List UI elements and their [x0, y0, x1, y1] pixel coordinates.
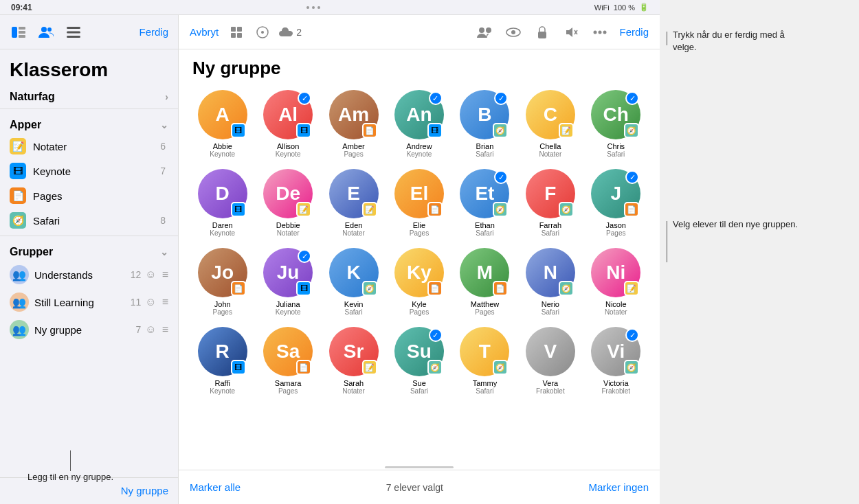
- student-item[interactable]: B 🧭 ✓ Brian Safari: [455, 90, 515, 158]
- sidebar-ferdig-button[interactable]: Ferdig: [139, 26, 168, 38]
- avbryt-button[interactable]: Avbryt: [190, 26, 219, 38]
- grupper-header[interactable]: Grupper ⌄: [0, 239, 178, 261]
- cloud-toolbar-badge[interactable]: 2: [279, 27, 302, 38]
- student-avatar-wrap: D 🎞: [198, 169, 247, 218]
- marker-ingen-button[interactable]: Marker ingen: [588, 481, 649, 493]
- student-item[interactable]: Sa 📄 Samara Pages: [258, 327, 317, 395]
- group-smiley-icon[interactable]: ☺: [145, 296, 156, 308]
- svg-point-24: [599, 30, 602, 34]
- student-item[interactable]: Ch 🧭 ✓ Chris Safari: [586, 90, 646, 158]
- page-title: Ny gruppe: [179, 49, 660, 84]
- svg-rect-9: [231, 27, 236, 32]
- student-item[interactable]: Sr 📝 Sarah Notater: [324, 327, 383, 395]
- sidebar: Ferdig Klasserom Naturfag › Apper ⌄ 📝 No…: [0, 15, 179, 504]
- groups-toolbar-icon[interactable]: [475, 23, 494, 42]
- student-app: Keynote: [210, 229, 235, 237]
- list-icon[interactable]: [65, 23, 82, 41]
- student-avatar-wrap: A 🎞: [198, 90, 247, 139]
- student-avatar-wrap: Ju 🎞 ✓: [263, 248, 313, 297]
- apper-header[interactable]: Apper ⌄: [0, 112, 178, 134]
- student-item[interactable]: M 📄 Matthew Pages: [455, 248, 515, 316]
- student-item[interactable]: Vi 🧭 ✓ Victoria Frakoblet: [586, 327, 646, 395]
- group-smiley-icon[interactable]: ☺: [145, 323, 156, 336]
- student-item[interactable]: Ju 🎞 ✓ Juliana Keynote: [258, 248, 317, 316]
- group-smiley-icon[interactable]: ☺: [145, 268, 156, 281]
- app-badge-icon: 🎞: [296, 281, 311, 296]
- app-icon: 🎞: [10, 163, 26, 179]
- group-actions: ☺ ≡: [145, 323, 168, 336]
- main-ferdig-button[interactable]: Ferdig: [619, 26, 649, 38]
- student-item[interactable]: R 🎞 Raffi Keynote: [192, 327, 252, 395]
- student-app: Safari: [542, 229, 559, 237]
- group-list-icon[interactable]: ≡: [162, 268, 168, 281]
- student-item[interactable]: A 🎞 Abbie Keynote: [192, 90, 252, 158]
- sidebar-item-app[interactable]: 📝 Notater 6: [0, 134, 178, 159]
- naturfag-label: Naturfag: [10, 91, 55, 103]
- people-icon[interactable]: [37, 23, 55, 41]
- svg-rect-2: [19, 31, 25, 34]
- sidebar-section-apper: Apper ⌄ 📝 Notater 6 🎞 Keynote 7 📄 Pages …: [0, 112, 178, 239]
- student-name: Eden: [345, 221, 363, 229]
- student-avatar-wrap: El 📄: [394, 169, 444, 218]
- student-avatar-wrap: Sa 📄: [263, 327, 313, 376]
- layers-toolbar-icon[interactable]: [227, 23, 246, 42]
- student-app: Pages: [606, 229, 625, 237]
- sidebar-toggle-icon[interactable]: [10, 23, 27, 41]
- student-item[interactable]: Su 🧭 ✓ Sue Safari: [389, 327, 449, 395]
- student-item[interactable]: T 🧭 Tammy Safari: [455, 327, 515, 395]
- selected-check-icon: ✓: [429, 91, 443, 105]
- student-item[interactable]: Ni 📝 Nicole Notater: [586, 248, 646, 316]
- app-badge-icon: 📄: [296, 360, 311, 375]
- student-item[interactable]: F 🧭 Farrah Safari: [520, 169, 580, 237]
- student-item[interactable]: V Vera Frakoblet: [520, 327, 580, 395]
- student-avatar-wrap: De 📝: [263, 169, 313, 218]
- student-item[interactable]: D 🎞 Daren Keynote: [192, 169, 252, 237]
- svg-point-25: [603, 30, 607, 34]
- svg-rect-12: [237, 33, 242, 38]
- student-name: Elie: [413, 221, 425, 229]
- student-app: Notater: [342, 229, 365, 237]
- student-item[interactable]: C 📝 Chella Notater: [520, 90, 580, 158]
- student-item[interactable]: K 🧭 Kevin Safari: [324, 248, 383, 316]
- naturfag-header[interactable]: Naturfag ›: [0, 84, 178, 106]
- ny-gruppe-link[interactable]: Ny gruppe: [121, 485, 168, 496]
- sidebar-item-app[interactable]: 📄 Pages: [0, 183, 178, 208]
- svg-rect-10: [237, 27, 242, 32]
- students-grid: A 🎞 Abbie Keynote Al 🎞 ✓ Allison Keynote…: [179, 84, 660, 465]
- student-item[interactable]: Ky 📄 Kyle Pages: [389, 248, 449, 316]
- more-toolbar-icon[interactable]: [590, 23, 610, 42]
- mute-toolbar-icon[interactable]: [561, 23, 581, 42]
- student-item[interactable]: E 📝 Eden Notater: [324, 169, 383, 237]
- selected-check-icon: ✓: [298, 249, 311, 263]
- app-icon: 📝: [10, 138, 26, 154]
- footer-status: 7 elever valgt: [386, 482, 443, 493]
- student-item[interactable]: An 🎞 ✓ Andrew Keynote: [389, 90, 449, 158]
- group-list-icon[interactable]: ≡: [162, 323, 168, 336]
- lock-toolbar-icon[interactable]: [533, 23, 552, 42]
- sidebar-item-app[interactable]: 🎞 Keynote 7: [0, 159, 178, 183]
- student-app: Keynote: [210, 150, 235, 158]
- student-item[interactable]: De 📝 Debbie Notater: [258, 169, 317, 237]
- student-item[interactable]: Et 🧭 ✓ Ethan Safari: [455, 169, 515, 237]
- student-avatar-wrap: J 📄 ✓: [591, 169, 640, 218]
- student-item[interactable]: Jo 📄 John Pages: [192, 248, 252, 316]
- sidebar-item-group[interactable]: 👥 Still Learning 11 ☺ ≡: [0, 288, 178, 316]
- svg-point-15: [479, 27, 484, 33]
- group-list-icon[interactable]: ≡: [162, 296, 168, 308]
- app-badge-icon: 🧭: [559, 202, 574, 217]
- student-avatar-wrap: R 🎞: [198, 327, 247, 376]
- student-item[interactable]: N 🧭 Nerio Safari: [520, 248, 580, 316]
- student-item[interactable]: El 📄 Elie Pages: [389, 169, 449, 237]
- compass-toolbar-icon[interactable]: [253, 23, 272, 42]
- sidebar-item-app[interactable]: 🧭 Safari 8: [0, 208, 178, 233]
- sidebar-icon-group: [10, 23, 82, 41]
- student-item[interactable]: Am 📄 Amber Pages: [324, 90, 383, 158]
- sidebar-item-group[interactable]: 👥 Understands 12 ☺ ≡: [0, 261, 178, 288]
- eye-toolbar-icon[interactable]: [504, 23, 523, 42]
- student-item[interactable]: J 📄 ✓ Jason Pages: [586, 169, 646, 237]
- app-badge-icon: 🧭: [362, 281, 377, 296]
- marker-alle-button[interactable]: Marker alle: [190, 481, 241, 493]
- student-item[interactable]: Al 🎞 ✓ Allison Keynote: [258, 90, 317, 158]
- sidebar-item-group[interactable]: 👥 Ny gruppe 7 ☺ ≡: [0, 316, 178, 343]
- notch-dot: [312, 6, 315, 9]
